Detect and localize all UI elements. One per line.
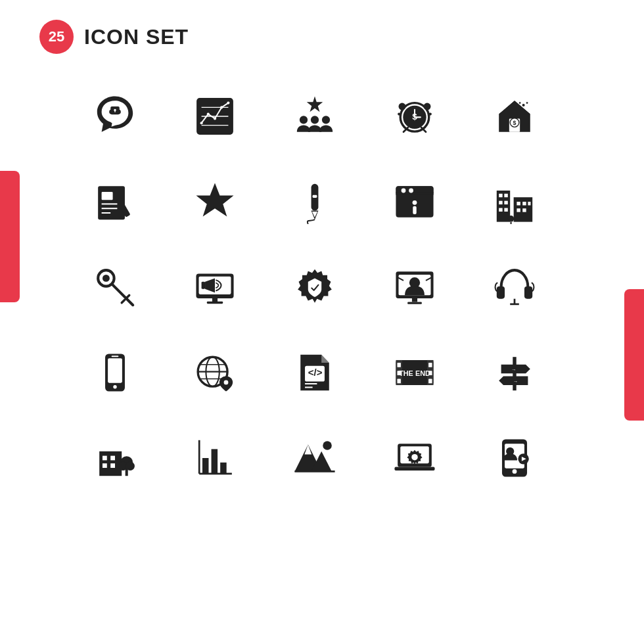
svg-point-51 <box>402 189 406 193</box>
svg-point-101 <box>224 380 229 385</box>
svg-line-73 <box>126 295 129 298</box>
svg-rect-63 <box>517 202 520 205</box>
icon-analytics-chart <box>179 80 251 152</box>
svg-marker-13 <box>307 96 323 112</box>
svg-point-71 <box>103 275 110 282</box>
svg-rect-114 <box>428 379 432 384</box>
icon-smartphone <box>79 336 151 409</box>
icon-team-star <box>279 80 351 152</box>
svg-rect-57 <box>504 194 507 197</box>
svg-rect-50 <box>396 192 433 195</box>
svg-point-35 <box>519 102 521 104</box>
icon-keys <box>79 251 151 323</box>
svg-marker-29 <box>499 101 530 114</box>
svg-rect-64 <box>522 202 526 205</box>
svg-point-26 <box>400 121 402 123</box>
svg-point-68 <box>508 216 515 222</box>
svg-rect-2 <box>114 110 115 112</box>
svg-rect-79 <box>212 298 218 302</box>
svg-rect-58 <box>499 201 502 204</box>
svg-rect-94 <box>112 356 119 357</box>
icon-phone-user-play <box>478 422 551 494</box>
svg-point-34 <box>526 102 528 104</box>
svg-rect-122 <box>103 463 107 468</box>
svg-point-24 <box>398 113 400 116</box>
icon-document-code: </> <box>279 336 351 409</box>
svg-point-33 <box>522 104 525 106</box>
svg-rect-89 <box>524 287 532 299</box>
icon-monitor-megaphone <box>179 251 251 323</box>
svg-point-25 <box>429 113 432 116</box>
icon-newspaper-pencil <box>79 166 151 238</box>
svg-point-9 <box>207 113 210 116</box>
icon-building-nature <box>79 422 151 494</box>
svg-point-136 <box>323 441 332 450</box>
svg-point-93 <box>113 385 116 388</box>
svg-text:→: → <box>513 379 518 384</box>
page-title: ICON SET <box>84 25 189 49</box>
svg-rect-80 <box>207 302 223 304</box>
svg-rect-112 <box>428 363 432 367</box>
svg-rect-65 <box>528 202 530 205</box>
icon-film-end: THE END <box>379 336 451 409</box>
svg-point-10 <box>214 117 216 120</box>
svg-rect-111 <box>397 379 400 384</box>
svg-marker-135 <box>304 445 311 455</box>
svg-rect-88 <box>497 287 505 299</box>
svg-text:THE END: THE END <box>399 369 430 377</box>
svg-point-141 <box>411 454 418 461</box>
svg-rect-67 <box>522 208 526 212</box>
red-left-decoration <box>0 171 20 302</box>
svg-rect-56 <box>499 194 502 197</box>
svg-text:</>: </> <box>308 367 323 378</box>
svg-point-127 <box>126 461 135 471</box>
icon-alarm-clock-money: $ <box>379 80 451 152</box>
icon-headphones <box>478 251 551 323</box>
svg-line-74 <box>122 300 125 303</box>
svg-point-15 <box>311 116 319 124</box>
svg-point-52 <box>409 189 413 193</box>
svg-rect-87 <box>407 302 422 304</box>
svg-rect-37 <box>102 192 113 200</box>
icon-globe-location <box>179 336 251 409</box>
svg-rect-130 <box>202 458 209 474</box>
svg-rect-121 <box>110 456 115 461</box>
svg-point-53 <box>413 200 417 205</box>
svg-rect-61 <box>504 208 507 212</box>
svg-point-22 <box>399 103 406 110</box>
svg-rect-132 <box>220 463 227 474</box>
red-right-decoration <box>624 289 644 421</box>
svg-point-23 <box>424 103 431 110</box>
svg-point-12 <box>227 102 229 104</box>
svg-rect-47 <box>313 195 317 198</box>
icon-gear-shield <box>279 251 351 323</box>
svg-point-144 <box>513 469 517 474</box>
svg-point-14 <box>300 116 308 124</box>
icon-house-money: $ <box>478 80 551 152</box>
svg-rect-66 <box>517 208 520 212</box>
svg-rect-54 <box>413 206 416 214</box>
svg-text:$: $ <box>513 120 517 126</box>
svg-rect-92 <box>108 358 122 382</box>
icon-count-badge: 25 <box>39 20 74 54</box>
svg-rect-109 <box>397 363 400 367</box>
svg-rect-140 <box>394 467 434 471</box>
svg-point-11 <box>220 106 223 108</box>
icon-bar-chart <box>179 422 251 494</box>
page-header: 25 ICON SET <box>0 0 644 74</box>
icon-avatar-tv <box>379 251 451 323</box>
icon-lock-message <box>79 80 151 152</box>
svg-rect-55 <box>497 191 510 222</box>
icon-star <box>179 166 251 238</box>
svg-point-27 <box>427 121 429 123</box>
svg-rect-78 <box>202 282 205 289</box>
svg-rect-86 <box>412 298 417 302</box>
icon-buildings <box>478 166 551 238</box>
icon-mountains <box>279 422 351 494</box>
icon-razor-pen <box>279 166 351 238</box>
svg-rect-116 <box>513 357 516 390</box>
icon-browser-info <box>379 166 451 238</box>
svg-rect-60 <box>499 208 502 212</box>
svg-rect-120 <box>103 456 107 461</box>
svg-marker-43 <box>196 183 233 216</box>
